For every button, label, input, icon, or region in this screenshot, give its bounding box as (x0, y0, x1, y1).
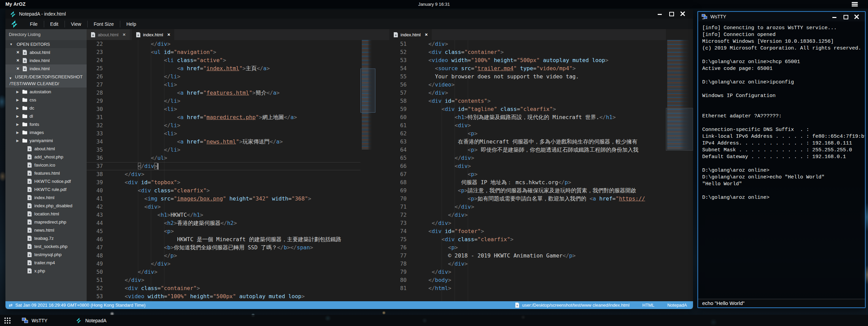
chevron-down-icon[interactable]: ▾ (10, 42, 14, 46)
tree-file-item[interactable]: add_vhost.php (5, 153, 87, 161)
menu-item-help[interactable]: Help (120, 21, 142, 27)
root-folder-item[interactable]: ▾USER:/DESKTOP/SCREENSHOT/TEST/WWW CLEAN… (5, 73, 87, 88)
code-line[interactable]: 37</div> (87, 162, 360, 170)
code-line[interactable]: 23<ul id="navigation"> (87, 48, 360, 56)
code-line[interactable]: 47<b>你知道我們全線伺服器已轉用 SSD 了嗎？</b></span> (87, 244, 360, 252)
code-line[interactable]: 35</li> (87, 146, 360, 154)
code-line[interactable]: 71</div> (375, 203, 666, 211)
minimize-button[interactable] (657, 11, 662, 16)
code-line[interactable]: 55Your browser does not support the vide… (375, 73, 666, 81)
code-line[interactable]: 43<h1>HKWTC</h1> (87, 211, 360, 219)
minimap-slider[interactable] (360, 69, 375, 113)
tab-about.html[interactable]: about.html✕ (87, 29, 130, 40)
chevron-right-icon[interactable]: ▶ (16, 131, 20, 134)
tree-file-item[interactable]: index.php_disabled (5, 202, 87, 210)
code-line[interactable]: 46HKWTC 是一個 Minecraft 的建築伺服器，主要建築計劃包括鐵路 (87, 235, 360, 244)
tree-file-item[interactable]: x.php (5, 267, 87, 275)
code-line[interactable]: 74<div id="footer"> (375, 227, 666, 235)
code-line[interactable]: 25<a href="index.html">主頁</a> (87, 64, 360, 73)
taskbar-item-notepada[interactable]: NotepadA (71, 315, 124, 326)
tab-index.html[interactable]: index.html✕ (132, 29, 174, 40)
close-icon[interactable]: ✕ (16, 58, 20, 63)
code-line[interactable]: 70<p>如有問題或需要申請白名單，歡迎加入我們的 <a href="https… (375, 195, 666, 203)
close-icon[interactable]: ✕ (16, 66, 20, 71)
code-line[interactable]: 72</div> (375, 211, 666, 219)
code-line[interactable]: 61<div> (375, 121, 666, 130)
close-button[interactable] (854, 14, 860, 19)
terminal-output[interactable]: [info] Conencting to arozos WsTTY servic… (698, 21, 865, 299)
chevron-right-icon[interactable]: ▶ (16, 114, 20, 118)
minimize-button[interactable] (832, 14, 837, 19)
chevron-right-icon[interactable]: ▶ (16, 122, 20, 126)
code-line[interactable]: 75<div class="clearfix"> (375, 235, 666, 244)
code-line[interactable]: 59<div id="tagline" class="clearfix"> (375, 105, 666, 113)
code-editor-left[interactable]: 22</div>23<ul id="navigation">24<li clas… (87, 40, 360, 301)
tab-close-icon[interactable]: ✕ (425, 33, 428, 37)
code-line[interactable]: 63在香港的Minecraft 伺服器中，多為小遊戲和純生存的伺服器，較少擁有 (375, 138, 666, 146)
status-file-path[interactable]: user:/Desktop/screenshot/test/www cleane… (522, 303, 630, 308)
code-line[interactable]: 62<p> (375, 130, 666, 138)
chevron-down-icon[interactable]: ▾ (10, 75, 12, 81)
tree-folder-item[interactable]: ▶css (5, 96, 87, 104)
status-language[interactable]: HTML (642, 303, 654, 308)
maximize-button[interactable] (669, 11, 674, 16)
code-line[interactable]: 67<p> (375, 170, 666, 178)
menu-item-font-size[interactable]: Font Size (88, 21, 120, 27)
code-line[interactable]: 54<source src="trailer.mp4" type="video/… (375, 64, 666, 73)
code-line[interactable]: 53<video width="100%" height="500px" aut… (375, 56, 666, 64)
minimap-left[interactable] (360, 40, 375, 301)
code-line[interactable]: 64<p> 即使你不是建築師，你也能透過紅石師或鐵路工程師的身份加入我 (375, 146, 666, 154)
code-line[interactable]: 48</p> (87, 252, 360, 260)
tree-folder-item[interactable]: ▶yamiyamimi (5, 136, 87, 145)
code-editor-right[interactable]: 51</div>52<div class="container">53<vide… (375, 40, 666, 301)
minimap-slider[interactable] (666, 108, 693, 151)
menu-item-view[interactable]: View (65, 21, 88, 27)
code-line[interactable]: 73</div> (375, 219, 666, 227)
tree-file-item[interactable]: HKWTC rule.pdf (5, 185, 87, 193)
tree-file-item[interactable]: news.html (5, 226, 87, 234)
code-line[interactable]: 66<div> (375, 162, 666, 170)
code-line[interactable]: 49</div> (87, 260, 360, 268)
code-line[interactable]: 69<p>請注意，我們的伺服器為確保玩家及遊玩時的質素，我們對的服器開啟 (375, 187, 666, 195)
code-line[interactable]: 56</video> (375, 81, 666, 89)
menu-item-file[interactable]: File (24, 21, 44, 27)
tree-file-item[interactable]: favicon.ico (5, 161, 87, 169)
code-line[interactable]: 81</html> (375, 284, 666, 292)
code-line[interactable]: 40<div class="clearfix"> (87, 187, 360, 195)
tree-folder-item[interactable]: ▶fonts (5, 120, 87, 128)
code-line[interactable]: 30<li> (87, 105, 360, 113)
tree-file-item[interactable]: location.html (5, 210, 87, 218)
code-line[interactable]: 32</li> (87, 121, 360, 130)
open-editor-item[interactable]: ✕index.html (5, 56, 87, 64)
code-line[interactable]: 52<div class="container"> (87, 284, 360, 292)
tree-file-item[interactable]: teabag.7z (5, 234, 87, 242)
tree-folder-item[interactable]: ▶dl (5, 112, 87, 120)
tree-file-item[interactable]: index.html (5, 193, 87, 202)
chevron-right-icon[interactable]: ▶ (16, 98, 20, 102)
code-line[interactable]: 22</div> (87, 40, 360, 48)
code-line[interactable]: 78</div> (375, 260, 666, 268)
tree-file-item[interactable]: HKWTC notice.pdf (5, 177, 87, 185)
code-line[interactable]: 60<h1>特別為建築及鐵路而設，現代化的 Minecraft 世界.</h1> (375, 113, 666, 121)
code-line[interactable]: 38</div> (87, 170, 360, 178)
tab-close-icon[interactable]: ✕ (167, 33, 170, 37)
tree-folder-item[interactable]: ▶images (5, 128, 87, 136)
code-line[interactable]: 57</div> (375, 89, 666, 97)
menu-item-edit[interactable]: Edit (44, 21, 65, 27)
tree-file-item[interactable]: features.html (5, 169, 87, 177)
code-line[interactable]: 27<li> (87, 81, 360, 89)
code-line[interactable]: 76<p> (375, 244, 666, 252)
tree-file-item[interactable]: trailer.mp4 (5, 258, 87, 267)
notepada-titlebar[interactable]: NotepadA - index.html (5, 9, 693, 19)
code-line[interactable]: 36</ul> (87, 154, 360, 162)
code-line[interactable]: 58<div id="contents"> (375, 97, 666, 105)
code-line[interactable]: 44<h2>香港的建築伺服器</h2> (87, 219, 360, 227)
code-line[interactable]: 33<li> (87, 130, 360, 138)
tree-file-item[interactable]: test_sockets.php (5, 242, 87, 250)
tab-close-icon[interactable]: ✕ (123, 33, 126, 37)
code-line[interactable]: 29</li> (87, 97, 360, 105)
hamburger-menu-icon[interactable] (852, 2, 858, 6)
close-button[interactable] (680, 11, 686, 16)
code-line[interactable]: 51</div> (87, 276, 360, 284)
code-line[interactable]: 65</div> (375, 154, 666, 162)
